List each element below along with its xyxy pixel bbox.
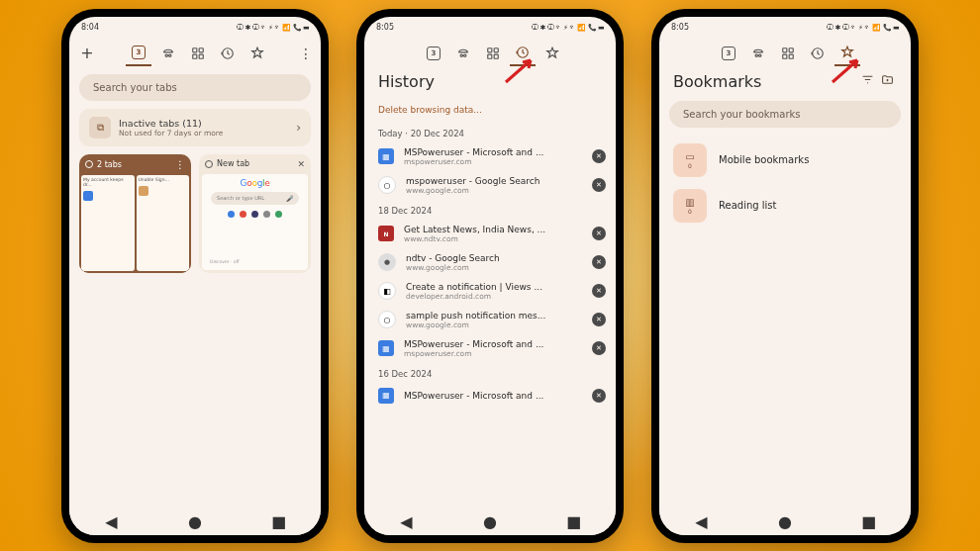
status-icons: ⓘ ✱ ⓘ ᯤ ⚡ ᯤ 📶 📞 ▬ xyxy=(827,24,899,32)
delete-item-icon[interactable]: ✕ xyxy=(592,255,606,269)
bookmarks-icon[interactable] xyxy=(245,41,270,66)
folder-icon: ▥0 xyxy=(673,189,707,223)
history-item[interactable]: NGet Latest News, India News, ...www.ndt… xyxy=(364,220,616,248)
svg-rect-11 xyxy=(789,54,793,58)
overflow-menu-icon[interactable]: ⋮ xyxy=(297,46,315,61)
svg-rect-3 xyxy=(199,54,203,58)
history-icon[interactable] xyxy=(510,41,536,66)
svg-rect-6 xyxy=(488,54,492,58)
svg-rect-2 xyxy=(193,54,197,58)
page-title: History xyxy=(364,70,616,99)
history-url: www.google.com xyxy=(406,263,582,272)
svg-rect-7 xyxy=(494,54,498,58)
bookmarks-icon[interactable] xyxy=(539,41,565,66)
mini-tab[interactable]: My account keeps dr... xyxy=(81,175,135,271)
home-key[interactable]: ● xyxy=(188,515,202,529)
delete-item-icon[interactable]: ✕ xyxy=(592,389,606,403)
folder-label: Mobile bookmarks xyxy=(719,154,809,165)
history-date-header: Today · 20 Dec 2024 xyxy=(364,123,616,142)
delete-item-icon[interactable]: ✕ xyxy=(592,149,606,163)
incognito-icon[interactable] xyxy=(745,41,771,66)
shortcut-icon[interactable] xyxy=(240,211,246,218)
group-menu-icon[interactable]: ⋮ xyxy=(175,159,185,170)
mic-icon: 🎤 xyxy=(286,195,293,202)
tab-group-card[interactable]: 2 tabs ⋮ My account keeps dr... Unable S… xyxy=(79,154,191,273)
delete-item-icon[interactable]: ✕ xyxy=(592,313,606,326)
status-bar: 8:05 ⓘ ✱ ⓘ ᯤ ⚡ ᯤ 📶 📞 ▬ xyxy=(364,17,616,37)
tab-groups-icon[interactable] xyxy=(480,41,506,66)
history-item[interactable]: ○mspoweruser - Google Searchwww.google.c… xyxy=(364,171,616,200)
delete-item-icon[interactable]: ✕ xyxy=(592,341,606,355)
history-icon[interactable] xyxy=(805,41,831,66)
delete-item-icon[interactable]: ✕ xyxy=(592,178,606,192)
shortcut-icon[interactable] xyxy=(275,211,282,218)
new-tab-button[interactable]: + xyxy=(75,44,99,62)
svg-rect-5 xyxy=(494,47,498,51)
tabs-toolbar: + 3 ⋮ xyxy=(69,37,321,70)
history-icon[interactable] xyxy=(215,41,241,66)
tab-switcher-icon[interactable]: 3 xyxy=(126,41,151,66)
shortcut-icon[interactable] xyxy=(263,211,270,218)
status-time: 8:05 xyxy=(376,23,394,32)
recents-key[interactable]: ■ xyxy=(567,515,581,529)
status-bar: 8:04 ⓘ ✱ ⓘ ᯤ ⚡ ᯤ 📶 📞 ▬ xyxy=(69,17,321,37)
tab-groups-icon[interactable] xyxy=(775,41,801,66)
history-title: ndtv - Google Search xyxy=(406,253,582,263)
filter-icon[interactable] xyxy=(857,73,877,89)
tab-groups-icon[interactable] xyxy=(185,41,211,66)
folder-label: Reading list xyxy=(719,200,776,211)
back-key[interactable]: ◀ xyxy=(694,515,708,529)
history-url: www.google.com xyxy=(406,186,582,195)
shortcut-icon[interactable] xyxy=(228,211,235,218)
discover-label: Discover · off xyxy=(206,257,244,266)
home-key[interactable]: ● xyxy=(778,515,792,529)
shortcut-icon[interactable] xyxy=(251,211,258,218)
history-date-header: 18 Dec 2024 xyxy=(364,200,616,220)
delete-item-icon[interactable]: ✕ xyxy=(592,284,606,298)
new-tab-card[interactable]: New tab ✕ Google Search or type URL 🎤 xyxy=(199,154,311,273)
favicon: ▦ xyxy=(378,388,394,404)
search-tabs-input[interactable]: Search your tabs xyxy=(79,74,311,101)
back-key[interactable]: ◀ xyxy=(399,515,413,529)
history-item[interactable]: ▦MSPoweruser - Microsoft and ...mspoweru… xyxy=(364,142,616,171)
search-bookmarks-input[interactable]: Search your bookmarks xyxy=(669,101,901,128)
bookmarks-list: ▭0Mobile bookmarks▥0Reading list xyxy=(659,138,911,535)
delete-item-icon[interactable]: ✕ xyxy=(592,227,606,240)
delete-browsing-data-link[interactable]: Delete browsing data... xyxy=(364,99,616,123)
history-title: Create a notification | Views ... xyxy=(406,282,582,292)
screen-history: 8:05 ⓘ ✱ ⓘ ᯤ ⚡ ᯤ 📶 📞 ▬ 3 History Delete … xyxy=(364,17,616,535)
history-item[interactable]: ▦MSPoweruser - Microsoft and ...mspoweru… xyxy=(364,334,616,363)
chevron-right-icon: › xyxy=(296,121,301,135)
recents-key[interactable]: ■ xyxy=(272,515,286,529)
google-search-bar[interactable]: Search or type URL 🎤 xyxy=(211,192,299,205)
history-item[interactable]: ○sample push notification mes...www.goog… xyxy=(364,306,616,334)
incognito-icon[interactable] xyxy=(155,41,181,66)
bookmark-folder[interactable]: ▭0Mobile bookmarks xyxy=(659,138,911,183)
history-item[interactable]: ◧Create a notification | Views ...develo… xyxy=(364,277,616,306)
bookmark-folder[interactable]: ▥0Reading list xyxy=(659,183,911,229)
android-navbar: ◀ ● ■ xyxy=(364,509,616,535)
back-key[interactable]: ◀ xyxy=(104,515,118,529)
incognito-icon[interactable] xyxy=(450,41,476,66)
favicon: ○ xyxy=(378,176,396,194)
close-icon[interactable]: ✕ xyxy=(297,159,305,169)
favicon: ▦ xyxy=(378,340,394,356)
svg-rect-10 xyxy=(783,54,787,58)
history-item[interactable]: ▦MSPoweruser - Microsoft and ...✕ xyxy=(364,383,616,409)
phone-bookmarks: 8:05 ⓘ ✱ ⓘ ᯤ ⚡ ᯤ 📶 📞 ▬ 3 Bookmarks xyxy=(651,9,919,543)
inactive-tabs-card[interactable]: ⧉ Inactive tabs (11) Not used for 7 days… xyxy=(79,109,311,146)
newtab-title: New tab xyxy=(217,159,249,168)
new-folder-icon[interactable] xyxy=(877,73,897,89)
status-time: 8:05 xyxy=(671,23,689,32)
status-bar: 8:05 ⓘ ✱ ⓘ ᯤ ⚡ ᯤ 📶 📞 ▬ xyxy=(659,17,911,37)
mini-tab[interactable]: Unable Sign... xyxy=(137,175,190,271)
bookmarks-icon[interactable] xyxy=(834,41,860,66)
tab-switcher-icon[interactable]: 3 xyxy=(716,41,741,66)
status-icons: ⓘ ✱ ⓘ ᯤ ⚡ ᯤ 📶 📞 ▬ xyxy=(532,24,604,32)
favicon: N xyxy=(378,226,394,241)
recents-key[interactable]: ■ xyxy=(862,515,876,529)
history-item[interactable]: ●ndtv - Google Searchwww.google.com✕ xyxy=(364,248,616,277)
home-key[interactable]: ● xyxy=(483,515,497,529)
tab-switcher-icon[interactable]: 3 xyxy=(421,41,446,66)
svg-rect-9 xyxy=(789,47,793,51)
